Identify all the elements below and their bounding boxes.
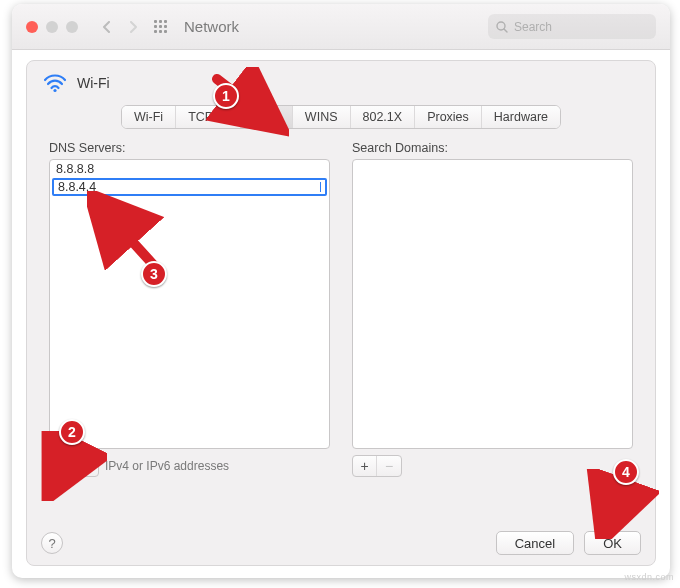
help-button[interactable]: ? <box>41 532 63 554</box>
annotation-badge-1: 1 <box>213 83 239 109</box>
forward-button[interactable] <box>122 16 144 38</box>
prefs-window: Network Search Wi-Fi Wi-Fi TCP/IP DNS WI… <box>12 4 670 578</box>
annotation-badge-3: 3 <box>141 261 167 287</box>
dns-remove-button[interactable]: − <box>74 456 98 476</box>
ok-button[interactable]: OK <box>584 531 641 555</box>
lists-area: DNS Servers: 8.8.8.8 8.8.4.4 + − IPv4 or… <box>27 129 655 477</box>
interface-name: Wi-Fi <box>77 75 110 91</box>
svg-line-1 <box>504 29 507 32</box>
domains-underbar: + − <box>352 455 633 477</box>
window-controls <box>26 21 78 33</box>
dns-underbar: + − IPv4 or IPv6 addresses <box>49 455 330 477</box>
watermark: wsxdn.com <box>624 572 674 582</box>
dns-row-editing[interactable]: 8.8.4.4 <box>52 178 327 196</box>
domains-label: Search Domains: <box>352 141 633 155</box>
tab-8021x[interactable]: 802.1X <box>351 106 416 128</box>
tab-hardware[interactable]: Hardware <box>482 106 560 128</box>
sheet-footer: ? Cancel OK <box>41 531 641 555</box>
minimize-window-button[interactable] <box>46 21 58 33</box>
window-title: Network <box>184 18 239 35</box>
tab-wins[interactable]: WINS <box>293 106 351 128</box>
dns-row[interactable]: 8.8.8.8 <box>50 160 329 178</box>
domains-column: Search Domains: + − <box>352 141 633 477</box>
dns-hint: IPv4 or IPv6 addresses <box>105 459 229 473</box>
advanced-sheet: Wi-Fi Wi-Fi TCP/IP DNS WINS 802.1X Proxi… <box>26 60 656 566</box>
all-prefs-icon[interactable] <box>154 20 168 34</box>
tab-bar: Wi-Fi TCP/IP DNS WINS 802.1X Proxies Har… <box>121 105 561 129</box>
annotation-badge-2: 2 <box>59 419 85 445</box>
dns-add-button[interactable]: + <box>50 456 74 476</box>
annotation-badge-4: 4 <box>613 459 639 485</box>
search-placeholder: Search <box>514 20 552 34</box>
domains-add-button[interactable]: + <box>353 456 377 476</box>
sheet-header: Wi-Fi <box>27 61 655 99</box>
domains-remove-button[interactable]: − <box>377 456 401 476</box>
tab-proxies[interactable]: Proxies <box>415 106 482 128</box>
tab-wifi[interactable]: Wi-Fi <box>122 106 176 128</box>
dns-column: DNS Servers: 8.8.8.8 8.8.4.4 + − IPv4 or… <box>49 141 330 477</box>
dns-listbox[interactable]: 8.8.8.8 8.8.4.4 <box>49 159 330 449</box>
dns-label: DNS Servers: <box>49 141 330 155</box>
titlebar: Network Search <box>12 4 670 50</box>
tab-tcpip[interactable]: TCP/IP <box>176 106 241 128</box>
domains-listbox[interactable] <box>352 159 633 449</box>
domains-add-remove: + − <box>352 455 402 477</box>
cancel-button[interactable]: Cancel <box>496 531 574 555</box>
zoom-window-button[interactable] <box>66 21 78 33</box>
wifi-icon <box>43 73 67 93</box>
svg-point-2 <box>53 89 56 92</box>
search-field[interactable]: Search <box>488 14 656 39</box>
close-window-button[interactable] <box>26 21 38 33</box>
tab-dns[interactable]: DNS <box>241 106 292 128</box>
dns-add-remove: + − <box>49 455 99 477</box>
search-icon <box>496 21 508 33</box>
back-button[interactable] <box>96 16 118 38</box>
